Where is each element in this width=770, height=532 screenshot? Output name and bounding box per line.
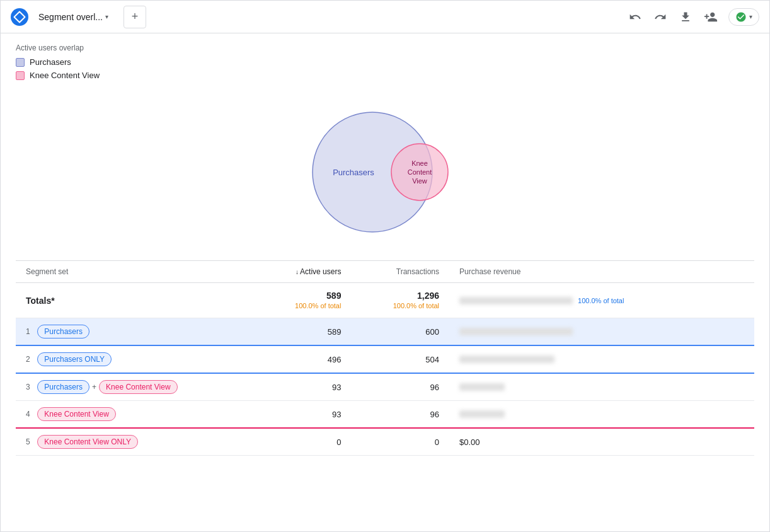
table-row: 1 Purchasers 589 600 bbox=[16, 318, 754, 346]
legend: Purchasers Knee Content View bbox=[16, 57, 754, 80]
redo-button[interactable] bbox=[653, 9, 668, 25]
legend-label-purchasers: Purchasers bbox=[30, 57, 71, 67]
segment-badge: Knee Content View bbox=[37, 407, 116, 421]
totals-active-users: 589 100.0% of total bbox=[255, 283, 351, 318]
row-number: 3 bbox=[26, 383, 35, 391]
segment-badge: Purchasers ONLY bbox=[37, 352, 112, 366]
legend-color-knee bbox=[16, 71, 25, 80]
data-table: Segment set ↓Active users Transactions P… bbox=[16, 260, 754, 456]
transactions-cell: 0 bbox=[351, 428, 449, 456]
row-number: 4 bbox=[26, 410, 35, 419]
revenue-cell bbox=[449, 345, 754, 373]
segment-badge: Knee Content View bbox=[99, 380, 178, 394]
legend-title: Active users overlap bbox=[16, 43, 754, 52]
legend-label-knee: Knee Content View bbox=[30, 71, 100, 80]
status-chevron-icon: ▾ bbox=[749, 13, 752, 20]
table-row: 3 Purchasers+Knee Content View 93 96 bbox=[16, 373, 754, 401]
active-users-cell: 93 bbox=[255, 373, 351, 401]
table-row: 4 Knee Content View 93 96 bbox=[16, 401, 754, 429]
report-title: Segment overl... bbox=[38, 12, 103, 22]
add-tab-button[interactable]: + bbox=[124, 6, 146, 28]
svg-text:Content: Content bbox=[408, 168, 432, 176]
segment-badge: Purchasers bbox=[37, 380, 89, 394]
row-number: 2 bbox=[26, 355, 35, 364]
venn-svg: Purchasers Knee Content View bbox=[297, 103, 473, 241]
revenue-cell bbox=[449, 401, 754, 429]
revenue-cell bbox=[449, 318, 754, 346]
revenue-cell: $0.00 bbox=[449, 428, 754, 456]
active-users-cell: 496 bbox=[255, 345, 351, 373]
venn-diagram: Purchasers Knee Content View bbox=[16, 90, 754, 260]
legend-item-purchasers: Purchasers bbox=[16, 57, 754, 67]
status-button[interactable]: ▾ bbox=[728, 8, 759, 26]
transactions-cell: 96 bbox=[351, 401, 449, 429]
col-active-users-header[interactable]: ↓Active users bbox=[255, 261, 351, 283]
col-segment-header: Segment set bbox=[16, 261, 255, 283]
download-button[interactable] bbox=[678, 9, 693, 25]
segment-cell: 1 Purchasers bbox=[16, 318, 255, 346]
totals-label: Totals* bbox=[16, 283, 255, 318]
legend-item-knee: Knee Content View bbox=[16, 71, 754, 80]
svg-text:View: View bbox=[412, 177, 427, 185]
table-row: 5 Knee Content View ONLY 0 0 $0.00 bbox=[16, 428, 754, 456]
col-transactions-header[interactable]: Transactions bbox=[351, 261, 449, 283]
report-title-button[interactable]: Segment overl... ▾ bbox=[33, 9, 113, 25]
undo-button[interactable] bbox=[628, 9, 643, 25]
table-row: 2 Purchasers ONLY 496 504 bbox=[16, 345, 754, 373]
connector: + bbox=[92, 383, 96, 391]
legend-color-purchasers bbox=[16, 58, 25, 67]
transactions-cell: 96 bbox=[351, 373, 449, 401]
active-users-cell: 0 bbox=[255, 428, 351, 456]
share-user-button[interactable] bbox=[703, 9, 718, 25]
transactions-cell: 504 bbox=[351, 345, 449, 373]
svg-text:Purchasers: Purchasers bbox=[333, 168, 374, 177]
sort-arrow-icon: ↓ bbox=[296, 269, 299, 275]
col-purchase-revenue-header[interactable]: Purchase revenue bbox=[449, 261, 754, 283]
svg-text:Knee: Knee bbox=[411, 159, 428, 167]
segment-cell: 4 Knee Content View bbox=[16, 401, 255, 429]
segment-cell: 2 Purchasers ONLY bbox=[16, 345, 255, 373]
segment-badge: Purchasers bbox=[37, 325, 89, 338]
transactions-cell: 600 bbox=[351, 318, 449, 346]
active-users-cell: 93 bbox=[255, 401, 351, 429]
totals-row: Totals* 589 100.0% of total 1,296 100.0%… bbox=[16, 283, 754, 318]
totals-revenue: 100.0% of total bbox=[449, 283, 754, 318]
row-number: 5 bbox=[26, 437, 35, 446]
active-users-cell: 589 bbox=[255, 318, 351, 346]
revenue-cell bbox=[449, 373, 754, 401]
segment-cell: 3 Purchasers+Knee Content View bbox=[16, 373, 255, 401]
row-number: 1 bbox=[26, 327, 35, 336]
totals-transactions: 1,296 100.0% of total bbox=[351, 283, 449, 318]
segment-cell: 5 Knee Content View ONLY bbox=[16, 428, 255, 456]
app-logo bbox=[11, 8, 28, 26]
chevron-down-icon: ▾ bbox=[105, 13, 108, 20]
segment-badge: Knee Content View ONLY bbox=[37, 435, 138, 449]
